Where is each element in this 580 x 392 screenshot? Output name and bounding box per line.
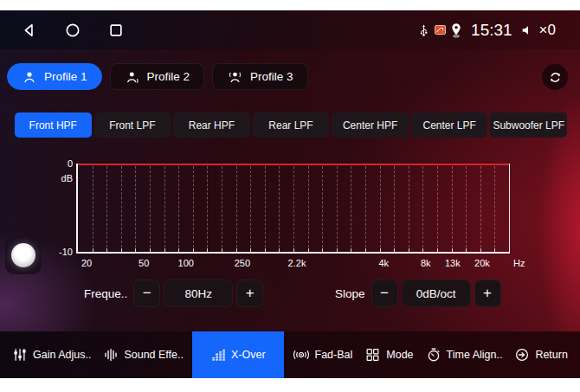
tab-center-lpf[interactable]: Center LPF (411, 112, 488, 138)
stopwatch-icon (426, 347, 441, 363)
nav-time-align[interactable]: Time Align.. (426, 331, 503, 378)
gain-sliders-icon (12, 347, 28, 363)
tab-label: Front LPF (109, 119, 155, 132)
grid-line (409, 166, 409, 252)
profile-label: Profile 2 (147, 70, 190, 83)
knob-icon (11, 243, 35, 267)
location-icon (450, 22, 462, 38)
android-nav-buttons (0, 20, 126, 40)
grid-line (437, 166, 438, 252)
status-indicators: 15:31 ×0 (417, 21, 580, 40)
x-tick-label: 250 (235, 258, 250, 268)
grid-line (466, 166, 467, 252)
grid-line (480, 166, 481, 252)
home-button[interactable] (62, 20, 82, 40)
grid-line (222, 166, 222, 252)
grid-line (121, 166, 122, 252)
slope-value: 0dB/oct (402, 280, 471, 307)
tab-label: Front HPF (29, 119, 77, 132)
bottom-menu-bar: Gain Adjus.. Sound Effe.. X-Over Fad-Bal… (0, 331, 580, 378)
tab-label: Center HPF (343, 119, 397, 132)
nav-label: Gain Adjus.. (33, 349, 91, 361)
frequency-response-plot (76, 164, 510, 254)
speaker-muted-icon (520, 23, 534, 37)
tab-rear-lpf[interactable]: Rear LPF (253, 112, 330, 138)
x-tick-label: 4k (378, 258, 389, 268)
crossover-filter-tabs: Front HPF Front LPF Rear HPF Rear LPF Ce… (15, 112, 567, 138)
profile-1-button[interactable]: Profile 1 (7, 63, 102, 90)
equalizer-bars-icon (210, 347, 226, 363)
frequency-minus-button[interactable]: − (133, 280, 160, 307)
grid-line (236, 166, 237, 252)
volume-knob-button[interactable] (5, 236, 42, 274)
grid-line (308, 166, 309, 252)
tab-rear-hpf[interactable]: Rear HPF (173, 112, 250, 138)
nav-label: Fad-Bal (315, 349, 353, 361)
grid-line (293, 166, 294, 252)
x-tick-label: 50 (139, 258, 149, 268)
nav-return[interactable]: Return (514, 331, 568, 378)
nav-label: X-Over (231, 349, 266, 361)
nav-x-over[interactable]: X-Over (192, 331, 284, 378)
y-axis-tick-0: 0 (50, 158, 73, 169)
y-axis-tick-minus10: -10 (47, 247, 73, 257)
grid-line (93, 166, 93, 252)
tab-center-hpf[interactable]: Center HPF (332, 112, 409, 138)
slope-label: Slope (335, 287, 365, 300)
grid-line (106, 166, 107, 252)
grid-line (494, 166, 495, 252)
x-tick-label: 100 (178, 258, 194, 268)
slope-control: Slope − 0dB/oct + (335, 280, 501, 307)
grid-line (193, 166, 194, 252)
grid-line (452, 166, 453, 252)
back-button[interactable] (19, 20, 39, 40)
tab-subwoofer-lpf[interactable]: Subwoofer LPF (490, 112, 567, 138)
minus-icon: − (380, 285, 389, 302)
nav-label: Return (535, 349, 568, 361)
profile-3-button[interactable]: Profile 3 (212, 63, 308, 90)
recents-square-icon (107, 22, 125, 39)
reset-button[interactable] (542, 64, 568, 90)
x-tick-label: 2.2k (288, 258, 306, 268)
recents-button[interactable] (106, 20, 126, 40)
nav-mode[interactable]: Mode (364, 331, 413, 378)
tab-front-hpf[interactable]: Front HPF (15, 112, 92, 138)
grid-line (135, 166, 136, 252)
grid-line (394, 166, 395, 252)
grid-line (164, 166, 165, 252)
minus-icon: − (143, 285, 151, 302)
slope-minus-button[interactable]: − (371, 280, 398, 307)
tab-label: Center LPF (423, 119, 476, 132)
x-tick-label: 20 (81, 258, 92, 268)
nav-sound-effects[interactable]: Sound Effe.. (103, 331, 184, 378)
head-unit-screen: 15:31 ×0 Profile 1 Profile 2 Profile 3 F… (0, 10, 580, 378)
nav-label: Mode (386, 349, 413, 361)
frequency-plus-button[interactable]: + (236, 280, 263, 307)
grid-line (178, 166, 179, 252)
slope-plus-button[interactable]: + (474, 280, 501, 307)
clock: 15:31 (471, 21, 512, 40)
profile-label: Profile 1 (44, 70, 87, 83)
nav-label: Time Align.. (447, 349, 503, 361)
x-tick-label: 20k (474, 258, 490, 268)
tab-front-lpf[interactable]: Front LPF (94, 112, 171, 138)
status-bar: 15:31 ×0 (0, 10, 580, 49)
grid-line (351, 166, 351, 252)
frequency-control: Freque.. − 80Hz + (84, 280, 263, 307)
fader-balance-icon (293, 347, 310, 363)
usb-icon (417, 22, 430, 38)
nav-label: Sound Effe.. (124, 349, 184, 361)
person-icon (22, 69, 37, 85)
x-tick-label: 13k (445, 258, 461, 268)
profile-2-button[interactable]: Profile 2 (110, 63, 205, 90)
grid-line (250, 166, 251, 252)
nav-gain-adjust[interactable]: Gain Adjus.. (12, 331, 91, 378)
tab-label: Rear LPF (268, 119, 313, 132)
nav-fad-bal[interactable]: Fad-Bal (293, 331, 353, 378)
x-axis-unit-label: Hz (513, 258, 525, 268)
plus-icon: + (483, 285, 492, 302)
sound-effects-icon (103, 347, 119, 363)
grid-line (365, 166, 366, 252)
refresh-icon (548, 70, 563, 85)
grid-line (265, 166, 266, 252)
